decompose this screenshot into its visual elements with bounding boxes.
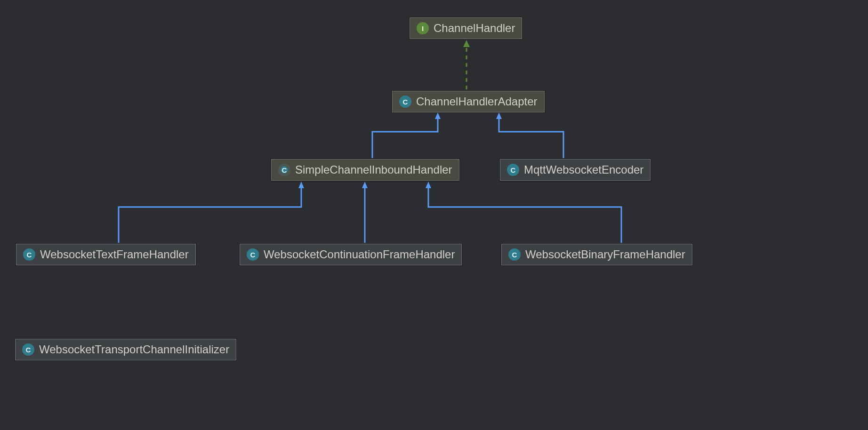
class-icon: C xyxy=(247,248,259,261)
node-channel-handler[interactable]: I ChannelHandler xyxy=(410,17,522,39)
node-websocket-transport-channel-initializer[interactable]: C WebsocketTransportChannelInitializer xyxy=(15,339,236,360)
abstract-class-icon: C xyxy=(278,164,290,176)
node-simple-channel-inbound-handler[interactable]: C SimpleChannelInboundHandler xyxy=(271,159,459,181)
node-mqtt-websocket-encoder[interactable]: C MqttWebsocketEncoder xyxy=(500,159,651,181)
class-icon: C xyxy=(507,164,519,176)
class-diagram-canvas: I ChannelHandler C ChannelHandlerAdapter… xyxy=(0,0,868,430)
node-label: WebsocketTextFrameHandler xyxy=(40,248,189,261)
node-websocket-text-frame-handler[interactable]: C WebsocketTextFrameHandler xyxy=(16,244,196,265)
inheritance-edges xyxy=(0,0,868,430)
class-icon: C xyxy=(399,96,411,108)
node-label: ChannelHandler xyxy=(434,22,515,35)
node-websocket-binary-frame-handler[interactable]: C WebsocketBinaryFrameHandler xyxy=(501,244,692,265)
node-label: SimpleChannelInboundHandler xyxy=(295,163,452,176)
node-label: MqttWebsocketEncoder xyxy=(524,163,643,176)
node-label: WebsocketTransportChannelInitializer xyxy=(39,343,229,356)
class-icon: C xyxy=(23,248,35,261)
node-channel-handler-adapter[interactable]: C ChannelHandlerAdapter xyxy=(392,91,545,112)
class-icon: C xyxy=(508,248,521,261)
node-label: ChannelHandlerAdapter xyxy=(416,95,538,108)
node-label: WebsocketBinaryFrameHandler xyxy=(525,248,685,261)
class-icon: C xyxy=(22,343,34,356)
node-label: WebsocketContinuationFrameHandler xyxy=(264,248,455,261)
node-websocket-continuation-frame-handler[interactable]: C WebsocketContinuationFrameHandler xyxy=(240,244,462,265)
interface-icon: I xyxy=(417,22,429,34)
